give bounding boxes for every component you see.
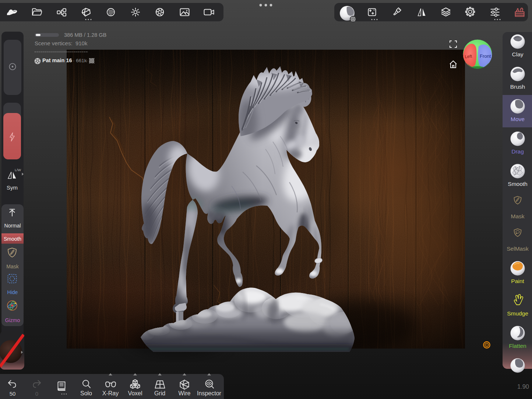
svg-text:Front: Front bbox=[480, 53, 491, 59]
svg-text:Left: Left bbox=[465, 54, 472, 59]
